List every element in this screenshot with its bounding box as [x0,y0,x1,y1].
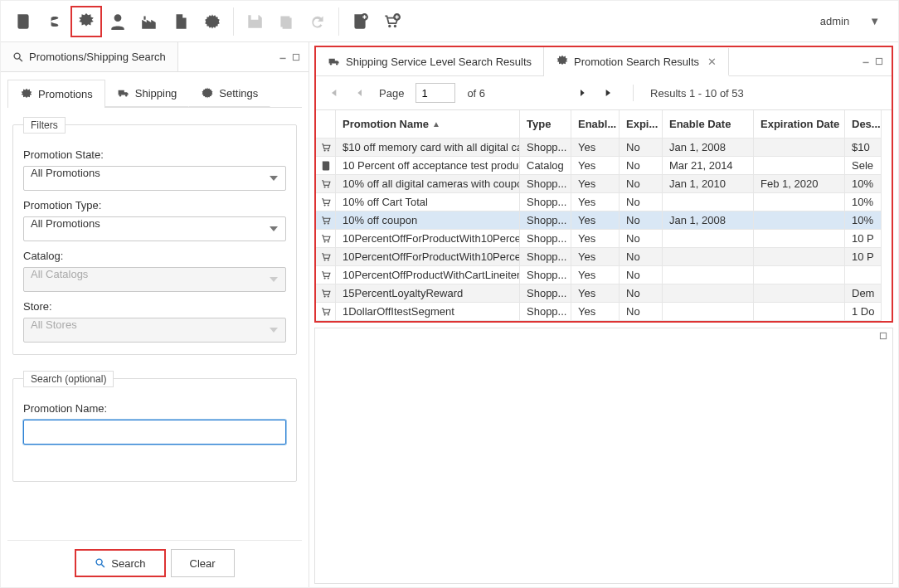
gear-icon [201,86,214,100]
cell-name[interactable]: 10% off all digital cameras with coupon [336,175,520,193]
promotion-name-input[interactable] [23,420,286,445]
cell-enable-date [663,266,754,284]
pager: Page of 6 Results 1 - 10 of 53 [316,76,892,110]
cell-enable-date: Mar 21, 2014 [663,157,754,175]
minimize-icon[interactable] [862,57,870,66]
results-tab[interactable]: Shipping Service Level Search Results [316,47,544,75]
cell-desc [845,266,882,284]
cell-expired: No [620,303,663,321]
toolbar-user-button[interactable] [102,6,134,37]
cell-enable-date: Jan 1, 2010 [663,175,754,193]
copy-icon [277,12,295,31]
type-select[interactable]: All Promotions [23,216,286,241]
row-icon [316,248,336,266]
prev-page-button[interactable] [352,85,367,100]
close-icon[interactable]: ✕ [707,56,717,68]
column-header[interactable]: Expi... [620,110,663,138]
catalog-label: Catalog: [23,250,286,262]
cell-desc: $10 [845,138,882,157]
search-group: Search (optional) Promotion Name: [12,378,297,482]
filters-legend: Filters [23,117,66,134]
cell-name[interactable]: 10% off Cart Total [336,193,520,211]
type-label: Promotion Type: [23,199,286,211]
cart-icon [320,215,332,226]
toolbar-file-button[interactable] [165,6,197,37]
cell-expiration-date [754,248,845,266]
first-page-button[interactable] [326,85,341,100]
toolbar-cart-plus-button[interactable] [376,6,407,37]
maximize-icon[interactable] [292,53,300,61]
truck-icon [117,86,130,100]
page-of-label: of 6 [467,87,485,100]
column-header[interactable]: Type [520,110,571,138]
cell-name[interactable]: 1DollarOffItestSegment [336,303,520,321]
toolbar-separator [338,7,339,36]
minimize-icon[interactable] [279,53,287,61]
toolbar-copy-button[interactable] [270,6,302,37]
user-icon [109,12,127,31]
cell-expired: No [620,211,663,230]
chevron-down-icon: ▼ [869,15,880,27]
tab-settings[interactable]: Settings [188,79,270,107]
maximize-icon[interactable] [875,57,883,66]
toolbar-book-button[interactable] [7,6,39,37]
column-header[interactable] [316,110,336,138]
toolbar-dollar-button[interactable] [39,6,70,37]
cart-icon [320,251,332,263]
clear-button[interactable]: Clear [171,549,235,577]
cell-enable-date [663,193,754,211]
cell-name[interactable]: 10 Percent off acceptance test products [336,157,520,175]
toolbar-separator [233,7,234,36]
toolbar-badge-button[interactable] [70,6,102,37]
toolbar-refresh-button[interactable] [302,6,333,37]
cell-enabled: Yes [571,230,620,248]
column-header[interactable]: Expiration Date [754,110,845,138]
maximize-icon[interactable] [879,332,887,340]
cell-type: Catalog [520,157,571,175]
page-input[interactable] [415,83,455,103]
cell-name[interactable]: $10 off memory card with all digital cam… [336,138,520,157]
cell-enabled: Yes [571,138,620,157]
cell-desc: 10% [845,193,882,211]
left-panel-tab[interactable]: Promotions/Shipping Search [1,42,178,72]
cell-name[interactable]: 10PercentOffProductWithCartLineitemP... [336,266,520,284]
cart-icon [320,142,332,153]
cell-name[interactable]: 15PercentLoyaltyReward [336,284,520,303]
column-header[interactable]: Enabl... [571,110,620,138]
column-header[interactable]: Enable Date [663,110,754,138]
cell-name[interactable]: 10PercentOffForProductWith10Percent... [336,230,520,248]
search-icon [12,51,24,63]
cell-name[interactable]: 10PercentOffForProductWith10Percent... [336,248,520,266]
cell-type: Shopp... [520,303,571,321]
column-header[interactable]: Promotion Name [336,110,520,138]
tab-shipping[interactable]: Shipping [104,79,190,107]
cell-enabled: Yes [571,157,620,175]
cell-name[interactable]: 10% off coupon [336,211,520,230]
filters-group: Filters Promotion State: All Promotions … [12,124,297,355]
next-page-button[interactable] [575,85,590,100]
toolbar-gear-button[interactable] [197,6,228,37]
cell-expired: No [620,138,663,157]
cell-type: Shopp... [520,138,571,157]
state-select[interactable]: All Promotions [23,166,286,191]
cell-expired: No [620,193,663,211]
column-header[interactable]: Des... [845,110,882,138]
row-icon [316,266,336,284]
cell-expired: No [620,248,663,266]
results-tab[interactable]: Promotion Search Results ✕ [544,48,729,76]
cart-icon [320,306,332,318]
search-button[interactable]: Search [75,549,165,577]
cell-desc: 10 P [845,248,882,266]
toolbar-book-plus-button[interactable] [344,6,376,37]
toolbar-factory-button[interactable] [134,6,165,37]
toolbar-save-button[interactable] [239,6,270,37]
tab-promotions[interactable]: Promotions [7,80,105,108]
user-menu[interactable]: admin ▼ [820,15,892,27]
cell-enabled: Yes [571,248,620,266]
last-page-button[interactable] [601,85,616,100]
cell-desc: 1 Do [845,303,882,321]
cell-expiration-date [754,284,845,303]
cell-expiration-date [754,193,845,211]
cell-enable-date: Jan 1, 2008 [663,138,754,157]
truck-icon [328,55,341,68]
